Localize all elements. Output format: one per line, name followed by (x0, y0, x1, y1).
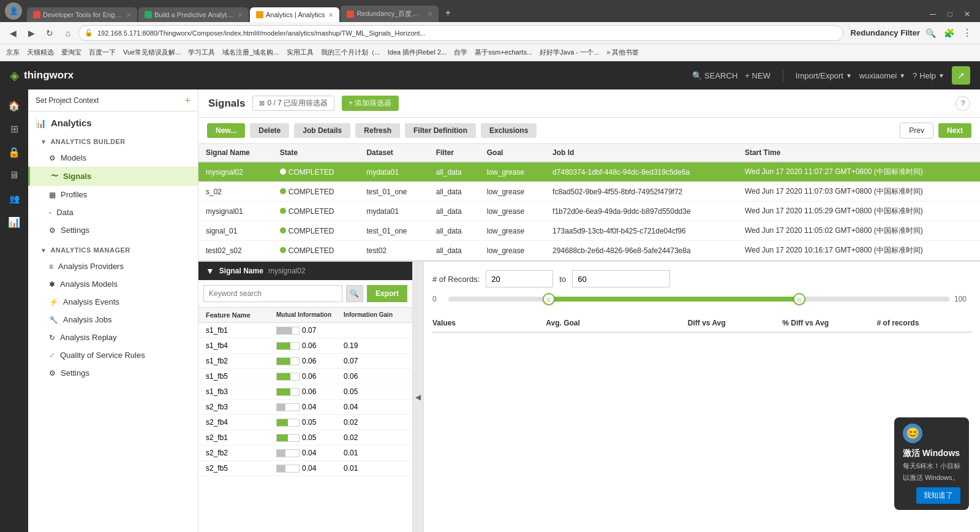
sidebar-item-settings2[interactable]: ⚙ Settings (28, 364, 198, 382)
sidebar-item-signals[interactable]: 〜 Signals (28, 167, 198, 186)
tab-2[interactable]: Build a Predictive Analytics Mode... ✕ (138, 7, 249, 22)
bookmark-jd[interactable]: 京东 (6, 48, 20, 57)
table-row[interactable]: s_02 COMPLETED test_01_one all_data low_… (198, 182, 980, 202)
search-submit-button[interactable]: 🔍 (346, 285, 363, 302)
feature-row[interactable]: s1_fb3 0.06 0.05 (198, 384, 412, 400)
bookmark-java[interactable]: 好好学Java - 一个... (540, 48, 599, 57)
add-filter-chip[interactable]: + 添加筛选器 (342, 96, 398, 111)
feature-row[interactable]: s2_fb5 0.04 0.01 (198, 461, 412, 476)
bookmark-more[interactable]: » 其他书签 (606, 48, 639, 57)
bookmark-domain[interactable]: 域名注册_域名购... (222, 48, 279, 57)
sidebar-lock-item[interactable]: 🔒 (3, 141, 25, 163)
table-row[interactable]: mysignal01 COMPLETED mydata01 all_data l… (198, 202, 980, 221)
analytics-builder-header[interactable]: ▼ ANALYTICS BUILDER (28, 134, 198, 149)
browser-nav-bar: ◀ ▶ ↻ ⌂ 🔓 Redundancy Filter 🔍 🧩 ⋮ (0, 22, 980, 44)
bookmark-taobao[interactable]: 爱淘宝 (61, 48, 81, 57)
feature-row[interactable]: s2_fb1 0.05 0.02 (198, 430, 412, 446)
sidebar-item-profiles[interactable]: ▦ Profiles (28, 186, 198, 203)
tab-close-2[interactable]: ✕ (238, 12, 243, 18)
feature-row[interactable]: s2_fb3 0.04 0.04 (198, 400, 412, 415)
tab-close-1[interactable]: ✕ (126, 12, 131, 18)
export-button[interactable]: Export (367, 285, 407, 302)
help-circle-button[interactable]: ? (956, 96, 970, 111)
sidebar-item-analysis-models[interactable]: ✱ Analysis Models (28, 275, 198, 293)
sidebar-users-item[interactable]: 👥 (3, 188, 25, 210)
prev-button[interactable]: Prev (900, 123, 933, 139)
sidebar-item-analysis-events[interactable]: ⚡ Analysis Events (28, 293, 198, 311)
bookmark-self[interactable]: 自学 (454, 48, 467, 57)
new-record-button[interactable]: New... (207, 123, 245, 138)
table-row[interactable]: signal_01 COMPLETED test_01_one all_data… (198, 221, 980, 241)
help-button[interactable]: ? Help ▼ (913, 71, 944, 80)
delete-button[interactable]: Delete (250, 123, 289, 138)
launch-button[interactable]: ↗ (952, 66, 970, 85)
feature-row[interactable]: s1_fb2 0.06 0.07 (198, 354, 412, 369)
sidebar-home-item[interactable]: 🏠 (3, 94, 25, 116)
analytics-header[interactable]: 📊 Analytics (28, 112, 198, 134)
bookmark-vue[interactable]: Vue常见错误及解... (123, 48, 181, 57)
table-row[interactable]: test02_s02 COMPLETED test02 all_data low… (198, 241, 980, 260)
bookmark-plan[interactable]: 我的三个月计划（... (321, 48, 380, 57)
records-from-input[interactable] (486, 270, 553, 287)
sidebar-monitor-item[interactable]: 🖥 (3, 164, 25, 186)
tab-close-4[interactable]: ✕ (428, 10, 432, 17)
search-button[interactable]: 🔍 SEARCH (692, 71, 737, 80)
bookmark-study[interactable]: 学习工具 (188, 48, 215, 57)
bookmark-ssm[interactable]: 基于ssm+echarts... (475, 48, 532, 57)
nav-reload[interactable]: ↻ (42, 25, 58, 41)
table-row[interactable]: mysignal02 COMPLETED mydata01 all_data l… (198, 162, 980, 182)
feature-row[interactable]: s2_fb2 0.04 0.01 (198, 446, 412, 461)
nav-forward[interactable]: ▶ (23, 25, 39, 41)
nav-home[interactable]: ⌂ (60, 25, 76, 41)
project-context[interactable]: Set Project Context + (28, 89, 198, 112)
slider-handle-right[interactable]: ||| (793, 293, 805, 305)
sidebar-item-settings1[interactable]: ⚙ Settings (28, 221, 198, 239)
keyword-search-input[interactable] (203, 285, 342, 302)
bookmark-tmall[interactable]: 天猫精选 (27, 48, 54, 57)
tab-close-3[interactable]: ✕ (328, 12, 333, 18)
slider-handle-left[interactable]: ||| (543, 293, 555, 305)
window-maximize[interactable]: □ (942, 6, 958, 22)
tab-1[interactable]: Developer Tools for Engineers | P ✕ (27, 7, 137, 22)
nav-back[interactable]: ◀ (5, 25, 21, 41)
feature-row[interactable]: s1_fb1 0.07 (198, 323, 412, 338)
sidebar-item-analysis-jobs[interactable]: 🔧 Analysis Jobs (28, 311, 198, 329)
sidebar-item-quality-of-service[interactable]: ✓ Quality of Service Rules (28, 346, 198, 364)
menu-btn[interactable]: ⋮ (959, 25, 975, 41)
job-details-button[interactable]: Job Details (294, 123, 350, 138)
watermark-dismiss-button[interactable]: 我知道了 (916, 487, 960, 504)
window-minimize[interactable]: ─ (925, 6, 941, 22)
slider-track[interactable]: ||| ||| (448, 297, 949, 302)
panel-collapse-button[interactable]: ◀ (413, 262, 424, 532)
new-button[interactable]: + NEW (745, 71, 771, 80)
feature-row[interactable]: s1_fb4 0.06 0.19 (198, 338, 412, 354)
next-button[interactable]: Next (938, 123, 971, 138)
sidebar-item-analysis-replay[interactable]: ↻ Analysis Replay (28, 329, 198, 346)
bookmark-tools[interactable]: 实用工具 (287, 48, 314, 57)
records-to-input[interactable] (572, 270, 670, 287)
feature-row[interactable]: s1_fb5 0.06 0.06 (198, 369, 412, 384)
filter-definition-button[interactable]: Filter Definition (405, 123, 476, 138)
new-tab-button[interactable]: + (440, 5, 456, 21)
sidebar-item-analysis-providers[interactable]: ≡ Analysis Providers (28, 257, 198, 275)
feature-row[interactable]: s2_fb4 0.05 0.02 (198, 415, 412, 430)
analytics-manager-header[interactable]: ▼ ANALYTICS MANAGER (28, 243, 198, 257)
exclusions-button[interactable]: Exclusions (481, 123, 537, 138)
refresh-button[interactable]: Refresh (355, 123, 400, 138)
search-icon-btn[interactable]: 🔍 (922, 25, 938, 41)
filter-count-chip[interactable]: ⊠ 0 / 7 已应用筛选器 (252, 96, 334, 111)
sidebar-grid-item[interactable]: ⊞ (3, 118, 25, 140)
bookmark-idea[interactable]: Idea 插件|Rebel 2... (388, 48, 447, 57)
sidebar-item-models[interactable]: ⚙ Models (28, 149, 198, 167)
user-button[interactable]: wuxiaomei ▼ (859, 71, 905, 80)
sidebar-item-data[interactable]: ◦ Data (28, 203, 198, 221)
address-input[interactable] (78, 25, 843, 41)
window-close[interactable]: ✕ (959, 6, 975, 22)
sidebar-analytics-item[interactable]: 📊 (3, 211, 25, 233)
bookmark-baidu[interactable]: 百度一下 (89, 48, 116, 57)
tab-3-active[interactable]: Analytics | Analytics ✕ (250, 7, 339, 22)
extensions-btn[interactable]: 🧩 (941, 25, 957, 41)
import-export-button[interactable]: Import/Export ▼ (796, 71, 852, 80)
signal-header-chevron-icon[interactable]: ▼ (206, 266, 214, 276)
tab-4[interactable]: Redundancy_百度搜索 ✕ (341, 6, 439, 22)
